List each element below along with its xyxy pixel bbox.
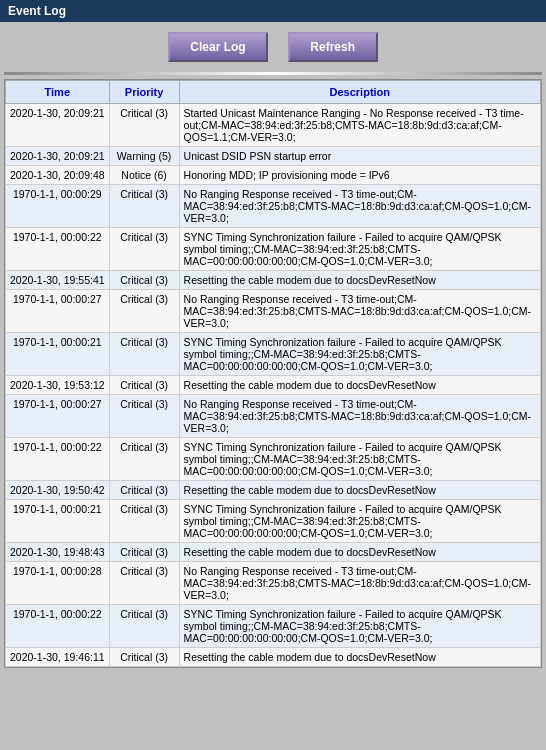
cell-description: Resetting the cable modem due to docsDev… [179, 481, 540, 500]
col-header-description: Description [179, 81, 540, 104]
cell-time: 1970-1-1, 00:00:27 [6, 290, 110, 333]
cell-time: 1970-1-1, 00:00:22 [6, 605, 110, 648]
table-row: 2020-1-30, 19:55:41Critical (3)Resetting… [6, 271, 541, 290]
cell-description: Started Unicast Maintenance Ranging - No… [179, 104, 540, 147]
table-row: 1970-1-1, 00:00:21Critical (3)SYNC Timin… [6, 500, 541, 543]
cell-time: 1970-1-1, 00:00:21 [6, 500, 110, 543]
table-row: 1970-1-1, 00:00:28Critical (3)No Ranging… [6, 562, 541, 605]
cell-description: SYNC Timing Synchronization failure - Fa… [179, 500, 540, 543]
cell-description: No Ranging Response received - T3 time-o… [179, 562, 540, 605]
table-row: 1970-1-1, 00:00:22Critical (3)SYNC Timin… [6, 438, 541, 481]
cell-time: 1970-1-1, 00:00:22 [6, 438, 110, 481]
cell-description: No Ranging Response received - T3 time-o… [179, 185, 540, 228]
table-row: 2020-1-30, 19:46:11Critical (3)Resetting… [6, 648, 541, 667]
cell-priority: Critical (3) [109, 395, 179, 438]
table-row: 1970-1-1, 00:00:22Critical (3)SYNC Timin… [6, 228, 541, 271]
col-header-priority: Priority [109, 81, 179, 104]
cell-description: Unicast DSID PSN startup error [179, 147, 540, 166]
cell-priority: Critical (3) [109, 562, 179, 605]
table-row: 1970-1-1, 00:00:22Critical (3)SYNC Timin… [6, 605, 541, 648]
cell-priority: Critical (3) [109, 376, 179, 395]
cell-time: 2020-1-30, 19:46:11 [6, 648, 110, 667]
cell-time: 1970-1-1, 00:00:27 [6, 395, 110, 438]
cell-priority: Critical (3) [109, 333, 179, 376]
cell-time: 2020-1-30, 19:48:43 [6, 543, 110, 562]
table-row: 2020-1-30, 20:09:48Notice (6)Honoring MD… [6, 166, 541, 185]
cell-time: 2020-1-30, 19:50:42 [6, 481, 110, 500]
cell-description: Resetting the cable modem due to docsDev… [179, 543, 540, 562]
cell-time: 2020-1-30, 20:09:48 [6, 166, 110, 185]
event-table: Time Priority Description 2020-1-30, 20:… [5, 80, 541, 667]
cell-description: SYNC Timing Synchronization failure - Fa… [179, 228, 540, 271]
cell-priority: Critical (3) [109, 228, 179, 271]
cell-priority: Critical (3) [109, 648, 179, 667]
window-title: Event Log [8, 4, 66, 18]
cell-priority: Critical (3) [109, 290, 179, 333]
table-row: 2020-1-30, 19:48:43Critical (3)Resetting… [6, 543, 541, 562]
cell-description: SYNC Timing Synchronization failure - Fa… [179, 333, 540, 376]
cell-time: 2020-1-30, 20:09:21 [6, 147, 110, 166]
cell-priority: Critical (3) [109, 438, 179, 481]
cell-description: Resetting the cable modem due to docsDev… [179, 271, 540, 290]
table-row: 2020-1-30, 20:09:21Critical (3)Started U… [6, 104, 541, 147]
cell-priority: Critical (3) [109, 543, 179, 562]
toolbar: Clear Log Refresh [0, 22, 546, 72]
table-row: 1970-1-1, 00:00:21Critical (3)SYNC Timin… [6, 333, 541, 376]
cell-time: 2020-1-30, 19:53:12 [6, 376, 110, 395]
table-row: 1970-1-1, 00:00:27Critical (3)No Ranging… [6, 395, 541, 438]
cell-priority: Critical (3) [109, 271, 179, 290]
table-header-row: Time Priority Description [6, 81, 541, 104]
cell-time: 1970-1-1, 00:00:21 [6, 333, 110, 376]
table-row: 1970-1-1, 00:00:27Critical (3)No Ranging… [6, 290, 541, 333]
cell-time: 1970-1-1, 00:00:22 [6, 228, 110, 271]
cell-priority: Critical (3) [109, 500, 179, 543]
event-table-container: Time Priority Description 2020-1-30, 20:… [4, 79, 542, 668]
cell-description: Resetting the cable modem due to docsDev… [179, 648, 540, 667]
clear-log-button[interactable]: Clear Log [168, 32, 267, 62]
cell-priority: Notice (6) [109, 166, 179, 185]
cell-time: 1970-1-1, 00:00:29 [6, 185, 110, 228]
cell-priority: Critical (3) [109, 185, 179, 228]
table-row: 2020-1-30, 19:50:42Critical (3)Resetting… [6, 481, 541, 500]
divider [4, 72, 542, 75]
cell-description: No Ranging Response received - T3 time-o… [179, 290, 540, 333]
cell-description: No Ranging Response received - T3 time-o… [179, 395, 540, 438]
cell-time: 2020-1-30, 19:55:41 [6, 271, 110, 290]
cell-description: SYNC Timing Synchronization failure - Fa… [179, 605, 540, 648]
cell-description: SYNC Timing Synchronization failure - Fa… [179, 438, 540, 481]
cell-description: Resetting the cable modem due to docsDev… [179, 376, 540, 395]
cell-time: 2020-1-30, 20:09:21 [6, 104, 110, 147]
cell-time: 1970-1-1, 00:00:28 [6, 562, 110, 605]
refresh-button[interactable]: Refresh [288, 32, 378, 62]
table-row: 1970-1-1, 00:00:29Critical (3)No Ranging… [6, 185, 541, 228]
title-bar: Event Log [0, 0, 546, 22]
cell-priority: Critical (3) [109, 481, 179, 500]
cell-priority: Critical (3) [109, 605, 179, 648]
cell-priority: Warning (5) [109, 147, 179, 166]
cell-description: Honoring MDD; IP provisioning mode = IPv… [179, 166, 540, 185]
col-header-time: Time [6, 81, 110, 104]
event-log-window: Event Log Clear Log Refresh Time Priorit… [0, 0, 546, 668]
cell-priority: Critical (3) [109, 104, 179, 147]
table-row: 2020-1-30, 19:53:12Critical (3)Resetting… [6, 376, 541, 395]
table-row: 2020-1-30, 20:09:21Warning (5)Unicast DS… [6, 147, 541, 166]
